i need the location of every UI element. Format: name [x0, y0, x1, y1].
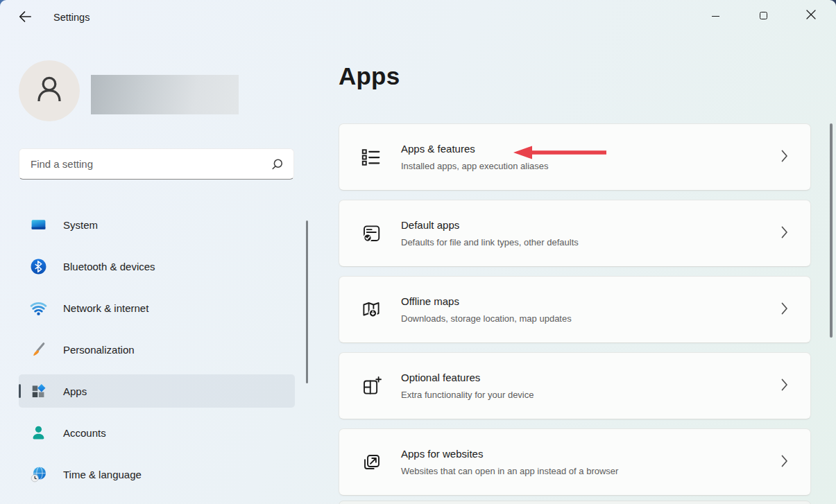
main-scrollbar[interactable]	[830, 123, 833, 338]
person-icon	[28, 69, 70, 113]
sidebar-item-label: Personalization	[63, 344, 135, 356]
card-title: Apps for websites	[401, 447, 618, 461]
chevron-right-icon	[781, 302, 788, 318]
card-subtitle: Downloads, storage location, map updates	[401, 313, 572, 325]
card-title: Offline maps	[401, 295, 572, 309]
card-subtitle: Extra functionality for your device	[401, 389, 534, 401]
card-default-apps[interactable]: Default apps Defaults for file and link …	[339, 200, 811, 267]
close-icon	[806, 10, 816, 21]
apps-icon	[30, 383, 47, 400]
sidebar-item-apps[interactable]: Apps	[19, 374, 295, 408]
sidebar-item-label: Bluetooth & devices	[63, 261, 155, 272]
bluetooth-icon	[30, 258, 47, 275]
apps-for-websites-icon	[361, 452, 382, 473]
card-subtitle: Websites that can open in an app instead…	[401, 465, 618, 478]
card-partial-next[interactable]	[339, 501, 811, 504]
sidebar-item-network-internet[interactable]: Network & internet	[19, 291, 295, 324]
sidebar-item-time-language[interactable]: Time & language	[19, 458, 295, 491]
optional-features-icon	[361, 376, 382, 397]
card-title: Default apps	[401, 218, 579, 232]
card-apps-and-features[interactable]: Apps & features Installed apps, app exec…	[339, 123, 811, 191]
card-subtitle: Defaults for file and link types, other …	[401, 236, 579, 249]
sidebar-item-label: System	[63, 219, 98, 231]
personalization-icon	[30, 341, 47, 358]
minimize-icon	[712, 16, 719, 17]
sidebar-item-bluetooth-devices[interactable]: Bluetooth & devices	[19, 250, 295, 283]
card-apps-for-websites[interactable]: Apps for websites Websites that can open…	[339, 428, 811, 496]
maximize-button[interactable]	[747, 0, 779, 31]
page-title: Apps	[339, 62, 400, 90]
close-button[interactable]	[795, 0, 827, 31]
sidebar-item-label: Accounts	[63, 427, 106, 439]
avatar[interactable]	[19, 60, 80, 121]
search-icon	[270, 157, 284, 172]
card-optional-features[interactable]: Optional features Extra functionality fo…	[339, 352, 811, 419]
user-name-redacted	[91, 75, 239, 114]
back-arrow-icon	[17, 9, 33, 26]
time-language-icon	[30, 466, 47, 483]
default-apps-icon	[361, 223, 382, 244]
red-arrow-annotation	[513, 145, 607, 163]
chevron-right-icon	[781, 150, 788, 165]
search-input[interactable]	[19, 149, 293, 179]
settings-window: Settings	[0, 0, 836, 504]
sidebar-nav: System Bluetooth & devices	[19, 208, 295, 499]
sidebar-scrollbar[interactable]	[306, 220, 308, 383]
minimize-button[interactable]	[699, 0, 731, 31]
titlebar: Settings	[0, 0, 836, 33]
system-icon	[30, 216, 47, 234]
sidebar-item-label: Time & language	[63, 469, 142, 480]
back-button[interactable]	[12, 6, 38, 28]
sidebar-item-label: Apps	[63, 385, 87, 397]
card-title: Optional features	[401, 371, 534, 385]
sidebar-item-system[interactable]: System	[19, 208, 295, 241]
chevron-right-icon	[781, 226, 788, 241]
sidebar-item-label: Network & internet	[63, 302, 148, 314]
offline-maps-icon	[361, 299, 382, 320]
sidebar-item-accounts[interactable]: Accounts	[19, 416, 295, 449]
card-offline-maps[interactable]: Offline maps Downloads, storage location…	[339, 276, 811, 343]
apps-features-icon	[361, 147, 382, 168]
chevron-right-icon	[781, 455, 788, 470]
chevron-right-icon	[781, 379, 788, 394]
accounts-icon	[30, 424, 47, 442]
maximize-icon	[760, 12, 767, 19]
sidebar-item-personalization[interactable]: Personalization	[19, 333, 295, 366]
search-box	[19, 148, 294, 180]
network-icon	[30, 299, 47, 317]
window-title: Settings	[53, 0, 89, 33]
